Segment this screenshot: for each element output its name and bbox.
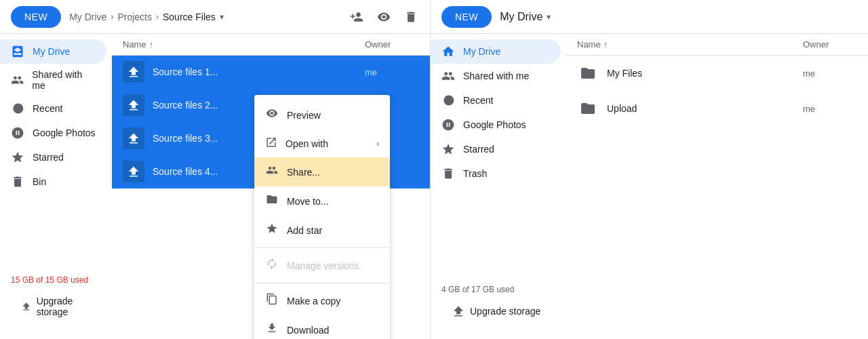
right-body: My Drive Shared with me Recent Google Ph… (431, 34, 868, 339)
sidebar-item-my-drive[interactable]: My Drive (0, 39, 106, 64)
right-sidebar-item-google-photos[interactable]: Google Photos (431, 113, 561, 137)
sidebar-item-bin[interactable]: Bin (0, 170, 106, 194)
left-storage: 15 GB of 15 GB used Upgrade storage (0, 264, 112, 334)
file-icon (123, 94, 144, 116)
file-icon (123, 61, 144, 83)
menu-item-add-star[interactable]: Add star (254, 216, 390, 245)
sidebar-item-starred[interactable]: Starred (0, 145, 106, 170)
menu-divider-2 (254, 283, 390, 283)
drive-title-label: My Drive (500, 11, 542, 23)
left-new-button[interactable]: NEW (11, 6, 61, 28)
menu-item-preview[interactable]: Preview (254, 100, 390, 129)
right-panel: NEW My Drive ▾ My Drive Shared with me R… (431, 0, 868, 339)
left-panel: NEW My Drive › Projects › Source Files ▾ (0, 0, 431, 339)
menu-item-move-to[interactable]: Move to... (254, 186, 390, 216)
sidebar-label-starred: Starred (33, 152, 64, 163)
right-col-owner-header: Owner (803, 39, 857, 49)
breadcrumb-source-files[interactable]: Source Files (163, 12, 216, 22)
table-row[interactable]: Source files 1... me (112, 56, 430, 89)
drive-title[interactable]: My Drive ▾ (500, 11, 551, 23)
header-icons (349, 9, 419, 25)
right-file-list: Name ↑ Owner My Files me Upload me (566, 34, 868, 339)
open-with-arrow-icon: › (376, 139, 379, 148)
breadcrumb-projects[interactable]: Projects (117, 12, 152, 22)
right-sidebar-label-recent: Recent (463, 95, 493, 106)
context-menu: Preview Open with › Share... (254, 95, 390, 339)
right-name-col-label: Name (577, 39, 601, 49)
breadcrumb-chevron-1: › (111, 12, 113, 22)
menu-label-add-star: Add star (287, 225, 322, 236)
menu-item-manage-versions: Manage versions (254, 251, 390, 280)
left-file-list: Name ↑ Owner Source files 1... me Source… (112, 34, 430, 339)
sidebar-label-recent: Recent (33, 103, 62, 114)
right-sidebar-item-starred[interactable]: Starred (431, 137, 561, 161)
col-owner-header: Owner (365, 39, 419, 49)
right-sidebar-item-trash[interactable]: Trash (431, 161, 561, 186)
left-body: My Drive Shared with me Recent Google Ph… (0, 34, 430, 339)
menu-label-manage-versions: Manage versions (287, 260, 359, 271)
col-name-header: Name ↑ (123, 39, 365, 49)
right-sidebar-item-my-drive[interactable]: My Drive (431, 39, 561, 64)
breadcrumb-my-drive[interactable]: My Drive (69, 12, 106, 22)
left-upgrade-button[interactable]: Upgrade storage (11, 290, 101, 323)
folder-icon (577, 98, 599, 119)
right-header: NEW My Drive ▾ (431, 0, 868, 34)
right-sidebar-label-trash: Trash (463, 168, 487, 179)
right-sidebar-label-google-photos: Google Photos (463, 119, 526, 130)
sidebar-item-google-photos[interactable]: Google Photos (0, 121, 106, 145)
right-storage-text: 4 GB of 17 GB used (441, 285, 555, 294)
table-row[interactable]: Upload me (566, 91, 868, 126)
right-new-button[interactable]: NEW (441, 6, 492, 28)
add-people-icon[interactable] (349, 9, 365, 25)
table-row[interactable]: My Files me (566, 56, 868, 91)
add-star-icon (265, 222, 279, 238)
menu-item-share[interactable]: Share... (254, 157, 390, 186)
move-to-icon (265, 193, 279, 209)
folder-icon (577, 62, 599, 84)
breadcrumb-chevron-2: › (156, 12, 159, 22)
menu-item-open-with[interactable]: Open with › (254, 129, 390, 157)
open-with-icon (265, 136, 277, 151)
right-storage: 4 GB of 17 GB used Upgrade storage (431, 274, 566, 334)
right-file-owner: me (803, 68, 857, 79)
menu-label-open-with: Open with (285, 138, 328, 149)
right-file-header: Name ↑ Owner (566, 34, 868, 56)
delete-icon[interactable] (403, 9, 419, 25)
left-storage-text: 15 GB of 15 GB used (11, 275, 101, 285)
download-icon (265, 322, 279, 338)
right-sidebar-item-recent[interactable]: Recent (431, 88, 561, 113)
preview-menu-icon (265, 107, 279, 123)
make-copy-icon (265, 293, 279, 308)
file-icon (123, 127, 144, 149)
left-sidebar: My Drive Shared with me Recent Google Ph… (0, 34, 112, 339)
sidebar-item-shared-with-me[interactable]: Shared with me (0, 64, 106, 96)
sidebar-label-bin: Bin (33, 176, 46, 187)
left-upgrade-label: Upgrade storage (37, 296, 90, 317)
share-icon (265, 164, 279, 180)
menu-item-make-copy[interactable]: Make a copy (254, 286, 390, 315)
menu-label-preview: Preview (287, 110, 321, 121)
manage-versions-icon (265, 258, 279, 273)
menu-divider-1 (254, 247, 390, 248)
right-file-owner: me (803, 104, 857, 114)
right-sidebar-item-shared-with-me[interactable]: Shared with me (431, 64, 561, 88)
preview-icon[interactable] (376, 9, 392, 25)
sidebar-item-recent[interactable]: Recent (0, 96, 106, 121)
menu-label-share: Share... (287, 167, 320, 178)
menu-label-download: Download (287, 325, 329, 336)
sidebar-label-my-drive: My Drive (33, 46, 70, 57)
sidebar-label-shared: Shared with me (32, 69, 96, 91)
right-sidebar-label-starred: Starred (463, 144, 494, 155)
menu-item-download[interactable]: Download (254, 315, 390, 339)
menu-item-open-with-left: Open with (265, 136, 328, 151)
menu-label-move-to: Move to... (287, 196, 328, 207)
name-col-label: Name (123, 39, 146, 49)
breadcrumb: My Drive › Projects › Source Files ▾ (69, 12, 340, 22)
file-icon (123, 161, 144, 182)
file-name: Source files 1... (153, 66, 365, 77)
right-col-name-header: Name ↑ (577, 39, 803, 49)
dropdown-arrow-icon[interactable]: ▾ (220, 12, 224, 22)
right-upgrade-button[interactable]: Upgrade storage (441, 300, 555, 323)
file-list-header: Name ↑ Owner (112, 34, 430, 56)
sidebar-label-google-photos: Google Photos (33, 127, 96, 138)
